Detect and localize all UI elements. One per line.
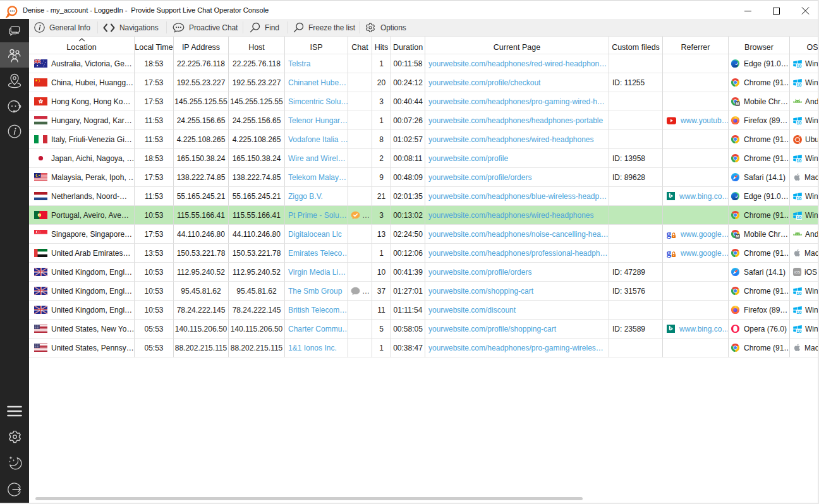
svg-text:10: 10 [796, 215, 801, 220]
svg-text:10: 10 [796, 291, 801, 296]
svg-text:g: g [667, 248, 671, 258]
svg-text:M: M [736, 102, 739, 105]
svg-text:10: 10 [796, 196, 801, 201]
svg-text:10: 10 [796, 328, 801, 334]
svg-text:10: 10 [796, 120, 801, 126]
svg-text:10: 10 [796, 309, 801, 315]
svg-text:10: 10 [796, 82, 801, 88]
svg-text:iOS: iOS [794, 270, 800, 274]
svg-text:10: 10 [796, 158, 801, 164]
svg-text:M: M [736, 234, 739, 238]
svg-text:10: 10 [796, 63, 801, 69]
svg-text:g: g [667, 229, 671, 239]
